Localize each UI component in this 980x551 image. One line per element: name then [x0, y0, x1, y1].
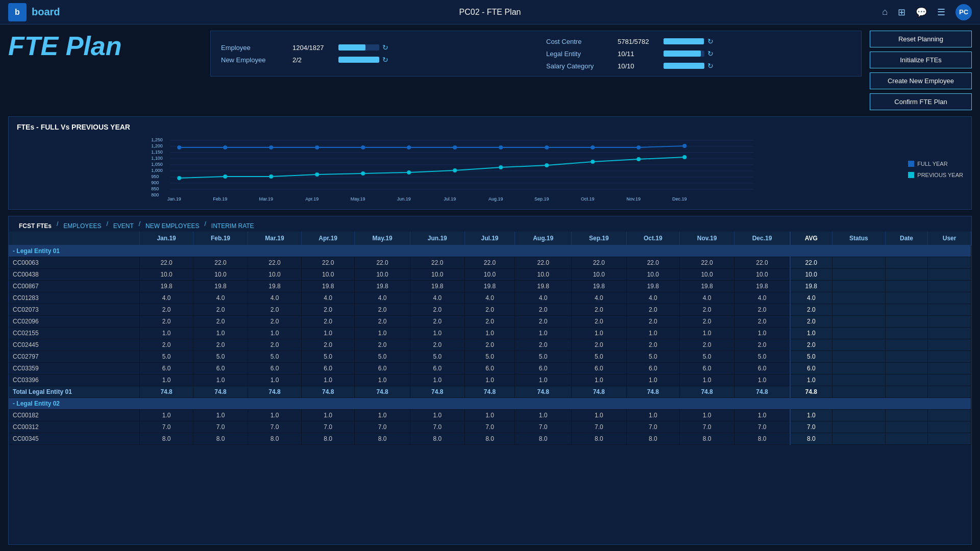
main-area: FTE Plan Employee 1204/1827 ↻ New Employ…: [0, 24, 980, 551]
svg-point-28: [591, 145, 595, 149]
col-header-nov: Nov.19: [679, 232, 734, 245]
chat-icon[interactable]: 💬: [916, 7, 927, 18]
initialize-ftes-button[interactable]: Initialize FTEs: [870, 52, 972, 68]
table-row[interactable]: CC001821.01.01.01.01.01.01.01.01.01.01.0…: [9, 410, 971, 421]
filter-new-employee-label: New Employee: [221, 56, 287, 64]
filter-employee-icon[interactable]: ↻: [382, 43, 388, 52]
col-header-dec: Dec.19: [734, 232, 790, 245]
svg-point-33: [269, 174, 273, 179]
menu-icon[interactable]: ☰: [937, 7, 945, 18]
tab-new-employees[interactable]: NEW EMPLOYEES: [141, 220, 203, 232]
filter-employee: Employee 1204/1827 ↻: [221, 43, 526, 52]
confirm-fte-plan-button[interactable]: Confirm FTE Plan: [870, 93, 972, 110]
tab-fcst-ftes[interactable]: FCST FTEs: [15, 220, 56, 232]
svg-point-24: [407, 145, 411, 149]
filter-employee-bar-wrap: ↻: [338, 43, 388, 52]
legend-full-year: FULL YEAR: [908, 161, 963, 167]
svg-point-39: [545, 163, 549, 167]
home-icon[interactable]: ⌂: [882, 7, 888, 17]
filter-new-employee-bar-wrap: ↻: [338, 56, 388, 64]
table-row[interactable]: CC021551.01.01.01.01.01.01.01.01.01.01.0…: [9, 328, 971, 339]
create-new-employee-button[interactable]: Create New Employee: [870, 72, 972, 89]
chart-svg: 1,250 1,200 1,150 1,100 1,050 1,000 950 …: [17, 135, 898, 202]
chart-area: 1,250 1,200 1,150 1,100 1,050 1,000 950 …: [17, 135, 963, 203]
svg-point-36: [407, 170, 411, 174]
svg-point-34: [315, 172, 319, 177]
table-row[interactable]: CC0006322.022.022.022.022.022.022.022.02…: [9, 257, 971, 269]
filter-cost-centre-icon[interactable]: ↻: [707, 37, 714, 45]
svg-point-42: [682, 155, 687, 159]
table-group-header: - Legal Entity 02: [9, 398, 971, 410]
svg-point-26: [499, 145, 503, 149]
svg-text:Apr.19: Apr.19: [305, 196, 318, 202]
svg-text:1,100: 1,100: [151, 156, 163, 161]
table-row[interactable]: CC020732.02.02.02.02.02.02.02.02.02.02.0…: [9, 304, 971, 316]
svg-text:Feb.19: Feb.19: [213, 196, 227, 202]
col-header-name: [9, 232, 139, 245]
brand-name: board: [32, 6, 60, 18]
col-header-jul: Jul.19: [464, 232, 515, 245]
table-header-row: Jan.19 Feb.19 Mar.19 Apr.19 May.19 Jun.1…: [9, 232, 971, 245]
svg-point-25: [453, 145, 457, 149]
col-header-feb: Feb.19: [193, 232, 248, 245]
table-row[interactable]: CC033596.06.06.06.06.06.06.06.06.06.06.0…: [9, 363, 971, 374]
chart-legend: FULL YEAR PREVIOUS YEAR: [903, 135, 963, 203]
table-row[interactable]: CC0086719.819.819.819.819.819.819.819.81…: [9, 281, 971, 292]
table-row[interactable]: CC003127.07.07.07.07.07.07.07.07.07.07.0…: [9, 421, 971, 433]
table-total-row: Total Legal Entity 0174.874.874.874.874.…: [9, 386, 971, 398]
svg-point-32: [223, 174, 227, 179]
chart-section: FTEs - FULL Vs PREVIOUS YEAR 1,250 1,200…: [8, 116, 972, 210]
filter-salary-category-bar-wrap: ↻: [664, 62, 714, 70]
legend-prev-year: PREVIOUS YEAR: [908, 172, 963, 178]
table-row[interactable]: CC020962.02.02.02.02.02.02.02.02.02.02.0…: [9, 316, 971, 328]
tab-employees[interactable]: EMPLOYEES: [59, 220, 105, 232]
table-row[interactable]: CC012834.04.04.04.04.04.04.04.04.04.04.0…: [9, 292, 971, 304]
logo-box: b: [8, 3, 27, 21]
svg-text:Sep.19: Sep.19: [534, 196, 549, 202]
avatar[interactable]: PC: [955, 4, 972, 20]
legend-full-year-dot: [908, 161, 914, 167]
tab-event[interactable]: EVENT: [109, 220, 138, 232]
svg-text:Mar.19: Mar.19: [259, 196, 273, 202]
filter-cost-centre-label: Cost Centre: [546, 38, 612, 45]
table-row[interactable]: CC0043810.010.010.010.010.010.010.010.01…: [9, 269, 971, 281]
filter-employee-value: 1204/1827: [292, 44, 333, 52]
filter-legal-entity-icon[interactable]: ↻: [707, 49, 714, 58]
table-row[interactable]: CC033961.01.01.01.01.01.01.01.01.01.01.0…: [9, 374, 971, 386]
reset-planning-button[interactable]: Reset Planning: [870, 31, 972, 47]
table-row[interactable]: CC003458.08.08.08.08.08.08.08.08.08.08.0…: [9, 433, 971, 445]
svg-text:900: 900: [151, 180, 159, 185]
table-row[interactable]: CC027975.05.05.05.05.05.05.05.05.05.05.0…: [9, 351, 971, 363]
svg-text:Nov.19: Nov.19: [626, 196, 641, 202]
svg-point-40: [591, 160, 595, 164]
filter-salary-category-icon[interactable]: ↻: [707, 62, 714, 70]
svg-text:1,000: 1,000: [151, 168, 163, 173]
col-header-status: Status: [832, 232, 885, 245]
filter-new-employee-bar-bg: [338, 57, 379, 63]
chart-title: FTEs - FULL Vs PREVIOUS YEAR: [17, 123, 963, 131]
filter-cost-centre-bar-fill: [664, 38, 704, 44]
filter-legal-entity-bar-bg: [664, 51, 704, 57]
top-nav: b board PC02 - FTE Plan ⌂ ⊞ 💬 ☰ PC: [0, 0, 980, 24]
grid-icon[interactable]: ⊞: [898, 7, 905, 18]
filter-employee-bar-bg: [338, 44, 379, 51]
col-header-mar: Mar.19: [248, 232, 301, 245]
svg-text:1,200: 1,200: [151, 143, 163, 148]
filter-salary-category-bar-bg: [664, 63, 704, 69]
filter-salary-category-label: Salary Category: [546, 62, 612, 70]
filters-right: Cost Centre 5781/5782 ↻ Legal Entity 10/…: [546, 37, 851, 70]
filter-legal-entity: Legal Entity 10/11 ↻: [546, 49, 851, 58]
svg-text:Aug.19: Aug.19: [488, 196, 503, 202]
filter-salary-category-bar-fill: [664, 63, 704, 69]
table-row[interactable]: CC024452.02.02.02.02.02.02.02.02.02.02.0…: [9, 339, 971, 351]
table-group-header: - Legal Entity 01: [9, 245, 971, 257]
tab-interim-rate[interactable]: INTERIM RATE: [207, 220, 258, 232]
legend-prev-year-label: PREVIOUS YEAR: [917, 172, 963, 178]
svg-point-38: [499, 165, 503, 169]
filter-legal-entity-label: Legal Entity: [546, 50, 612, 58]
filter-salary-category: Salary Category 10/10 ↻: [546, 62, 851, 70]
col-header-may: May.19: [355, 232, 410, 245]
legend-prev-year-dot: [908, 172, 914, 178]
filter-new-employee-icon[interactable]: ↻: [382, 56, 388, 64]
col-header-apr: Apr.19: [302, 232, 355, 245]
